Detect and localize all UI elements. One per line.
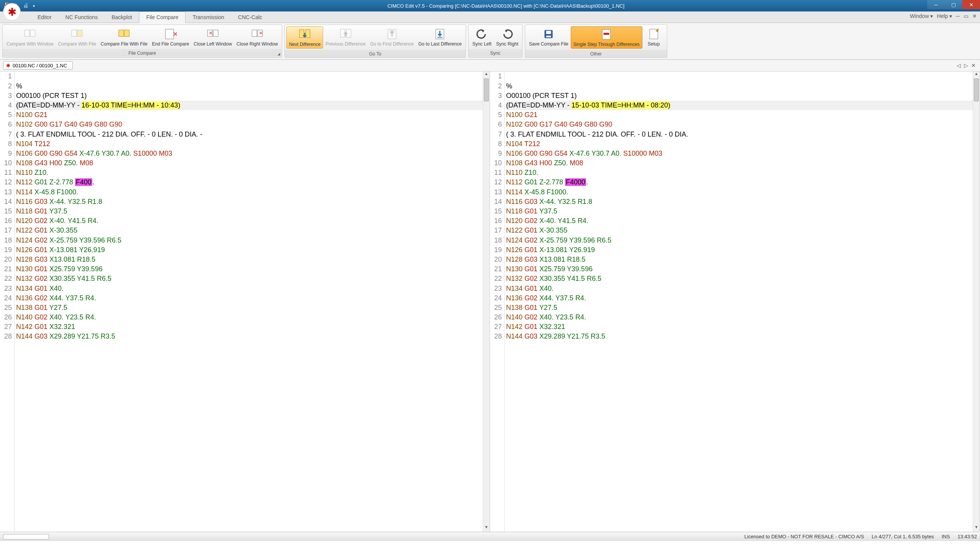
tab-cnc-calc[interactable]: CNC-Calc xyxy=(231,12,269,23)
tab-editor[interactable]: Editor xyxy=(31,12,59,23)
ribbon: Compare With Window Compare With File Co… xyxy=(0,23,980,60)
sync-left-button[interactable]: Sync Left xyxy=(470,26,494,48)
titlebar: 💾 ↶ 🖨 ▾ CIMCO Edit v7.5 - Comparing [C:\… xyxy=(0,0,980,11)
go-to-last-difference-button[interactable]: Go to Last Difference xyxy=(416,26,464,49)
statusbar: Licensed to DEMO - NOT FOR RESALE - CIMC… xyxy=(0,532,980,541)
scroll-down-icon[interactable]: ▼ xyxy=(483,525,490,532)
help-menu[interactable]: Help ▾ xyxy=(937,13,952,19)
svg-rect-10 xyxy=(213,30,218,36)
single-step-button[interactable]: Single Step Through Differences xyxy=(571,26,642,49)
sync-right-button[interactable]: Sync Right xyxy=(494,26,521,48)
status-ins: INS xyxy=(942,534,950,539)
star-icon: ✱ xyxy=(8,6,16,18)
svg-rect-23 xyxy=(546,31,551,34)
minimize-button[interactable]: ─ xyxy=(927,0,945,9)
ribbon-close-icon[interactable]: ✕ xyxy=(972,13,977,19)
svg-rect-4 xyxy=(119,30,124,36)
compare-with-window-button[interactable]: Compare With Window xyxy=(4,26,56,48)
editors: 1234567891011121314151617181920212223242… xyxy=(0,72,980,532)
next-difference-button[interactable]: Next Difference xyxy=(286,26,323,49)
tab-file-compare[interactable]: File Compare xyxy=(139,11,186,23)
status-license: Licensed to DEMO - NOT FOR RESALE - CIMC… xyxy=(745,534,864,539)
print-icon[interactable]: 🖨 xyxy=(23,2,30,9)
scroll-down-icon[interactable]: ▼ xyxy=(973,525,980,532)
window-menu[interactable]: Window ▾ xyxy=(910,13,933,19)
group-go-to-label: Go To xyxy=(285,50,466,57)
doc-icon: ✱ xyxy=(5,62,11,68)
scroll-up-icon[interactable]: ▲ xyxy=(973,72,980,78)
scroll-up-icon[interactable]: ▲ xyxy=(483,72,490,78)
doc-tabs: ✱ 00100.NC / 00100_1.NC ◁ ▷ ✕ xyxy=(0,60,980,72)
end-file-compare-button[interactable]: ✕End File Compare xyxy=(150,26,191,48)
tab-nc-functions[interactable]: NC Functions xyxy=(59,12,105,23)
status-time: 13:43:52 xyxy=(957,534,977,539)
dialog-launcher-icon[interactable]: ◢ xyxy=(278,52,280,56)
group-other-label: Other xyxy=(525,50,667,57)
compare-with-file-button[interactable]: Compare With File xyxy=(56,26,98,48)
window-title: CIMCO Edit v7.5 - Comparing [C:\NC-Data\… xyxy=(35,3,977,9)
close-right-window-button[interactable]: ✕Close Right Window xyxy=(234,26,280,48)
doc-close-icon[interactable]: ✕ xyxy=(970,62,977,68)
close-button[interactable]: ✕ xyxy=(962,0,980,9)
setup-button[interactable]: Setup xyxy=(642,26,665,49)
left-gutter: 1234567891011121314151617181920212223242… xyxy=(0,72,15,532)
svg-text:✕: ✕ xyxy=(259,30,263,36)
svg-rect-2 xyxy=(72,30,77,36)
save-compare-file-button[interactable]: Save Compare File xyxy=(527,26,571,49)
right-code[interactable]: %O00100 (PCR TEST 1)(DATE=DD-MM-YY - 15-… xyxy=(505,72,973,532)
app-logo[interactable]: ✱ xyxy=(3,3,21,21)
svg-rect-5 xyxy=(124,30,129,36)
svg-rect-14 xyxy=(299,29,304,37)
left-scrollbar[interactable]: ▲ ▼ xyxy=(483,72,490,532)
svg-rect-24 xyxy=(546,36,551,37)
right-scrollbar[interactable]: ▲ ▼ xyxy=(973,72,980,532)
go-to-first-difference-button[interactable]: Go to First Difference xyxy=(368,26,416,49)
group-sync-label: Sync xyxy=(469,49,522,57)
right-editor[interactable]: 1234567891011121314151617181920212223242… xyxy=(490,72,980,532)
svg-rect-6 xyxy=(166,29,174,39)
left-code[interactable]: %O00100 (PCR TEST 1)(DATE=DD-MM-YY - 16-… xyxy=(15,72,483,532)
svg-rect-26 xyxy=(604,33,609,35)
status-position: Ln 4/277, Col 1, 6.535 bytes xyxy=(872,534,934,539)
previous-difference-button[interactable]: Previous Difference xyxy=(323,26,368,49)
doc-prev-icon[interactable]: ◁ xyxy=(956,62,962,68)
scroll-thumb[interactable] xyxy=(484,78,489,101)
doc-tab[interactable]: ✱ 00100.NC / 00100_1.NC xyxy=(3,61,73,70)
ribbon-restore-icon[interactable]: ▭ xyxy=(964,13,969,19)
doc-tab-label: 00100.NC / 00100_1.NC xyxy=(13,63,67,68)
maximize-button[interactable]: ▢ xyxy=(945,0,962,9)
svg-text:✕: ✕ xyxy=(209,30,213,36)
svg-rect-1 xyxy=(30,30,35,36)
svg-rect-11 xyxy=(252,30,257,36)
right-gutter: 1234567891011121314151617181920212223242… xyxy=(490,72,505,532)
close-left-window-button[interactable]: ✕Close Left Window xyxy=(191,26,234,48)
svg-rect-15 xyxy=(305,29,310,37)
group-file-compare-label: File Compare◢ xyxy=(3,49,282,57)
ribbon-tabbar: Editor NC Functions Backplot File Compar… xyxy=(0,11,980,23)
left-editor[interactable]: 1234567891011121314151617181920212223242… xyxy=(0,72,490,532)
svg-text:✕: ✕ xyxy=(173,31,177,38)
doc-next-icon[interactable]: ▷ xyxy=(963,62,969,68)
svg-rect-0 xyxy=(25,30,30,36)
compare-file-with-file-button[interactable]: Compare File With File xyxy=(98,26,150,48)
scroll-thumb[interactable] xyxy=(974,78,979,101)
tab-transmission[interactable]: Transmission xyxy=(186,12,231,23)
svg-rect-3 xyxy=(77,30,82,36)
ribbon-minimize-icon[interactable]: ─ xyxy=(956,13,960,19)
tab-backplot[interactable]: Backplot xyxy=(105,12,139,23)
status-progress xyxy=(3,534,49,539)
